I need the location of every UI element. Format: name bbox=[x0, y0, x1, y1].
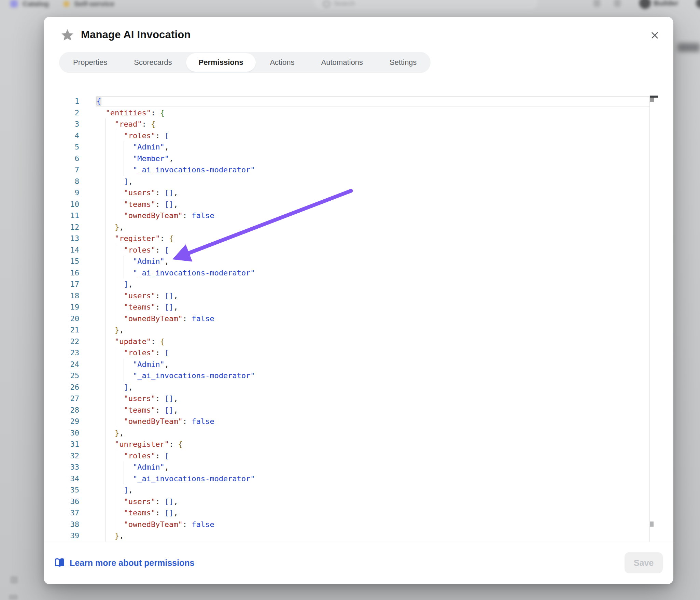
self-service-icon bbox=[64, 1, 69, 7]
manage-ai-invocation-modal: Manage AI Invocation PropertiesScorecard… bbox=[44, 17, 673, 584]
save-button[interactable]: Save bbox=[625, 552, 663, 573]
code-line: 15 "Admin", bbox=[44, 256, 673, 267]
code-line: 27 "users": [], bbox=[44, 393, 673, 404]
code-content: "ownedByTeam": false bbox=[97, 210, 214, 222]
tab-permissions[interactable]: Permissions bbox=[186, 53, 256, 72]
indent-guide bbox=[124, 141, 124, 153]
indent-guide bbox=[115, 244, 115, 256]
code-line: 34 "_ai_invocations-moderator" bbox=[44, 473, 673, 485]
code-content: ], bbox=[97, 176, 133, 187]
indent-guide bbox=[115, 141, 115, 153]
indent-guide bbox=[106, 118, 106, 130]
tab-settings[interactable]: Settings bbox=[377, 53, 430, 72]
modal-header: Manage AI Invocation bbox=[44, 17, 673, 54]
tab-properties[interactable]: Properties bbox=[60, 53, 120, 72]
code-content: ], bbox=[97, 484, 133, 496]
line-number: 27 bbox=[44, 393, 79, 404]
indent-guide bbox=[115, 461, 115, 473]
line-number: 30 bbox=[44, 427, 79, 439]
code-content: }, bbox=[97, 324, 124, 336]
close-button[interactable] bbox=[647, 27, 662, 43]
line-number: 36 bbox=[44, 496, 79, 508]
star-icon[interactable] bbox=[60, 28, 74, 42]
background-user-label: Builder bbox=[654, 0, 678, 7]
code-line: 26 ], bbox=[44, 382, 673, 393]
line-number: 18 bbox=[44, 290, 79, 302]
code-line: 32 "roles": [ bbox=[44, 450, 673, 462]
code-line: 9 "users": [], bbox=[44, 187, 673, 199]
catalog-icon bbox=[10, 0, 18, 8]
scrollbar-thumb-bottom[interactable] bbox=[650, 522, 654, 527]
indent-guide bbox=[106, 461, 106, 473]
indent-guide bbox=[115, 473, 115, 485]
indent-guide bbox=[115, 370, 115, 382]
app-root: { "theme":{ "c-key":"#9e2e27", "c-str":"… bbox=[0, 0, 700, 600]
line-number: 32 bbox=[44, 450, 79, 462]
indent-guide bbox=[106, 290, 106, 302]
search-placeholder: Search bbox=[334, 0, 355, 8]
line-number: 19 bbox=[44, 301, 79, 313]
line-number: 1 bbox=[44, 96, 79, 107]
json-permissions-editor[interactable]: 1{2 "entities": {3 "read": {4 "roles": [… bbox=[44, 96, 673, 542]
indent-guide bbox=[115, 393, 115, 404]
code-content: "roles": [ bbox=[97, 347, 169, 359]
indent-guide bbox=[115, 347, 115, 359]
code-content: "Member", bbox=[97, 153, 173, 165]
tab-automations[interactable]: Automations bbox=[309, 53, 376, 72]
indent-guide bbox=[106, 507, 106, 519]
indent-guide bbox=[124, 256, 124, 267]
editor-scrollbar[interactable] bbox=[649, 96, 658, 542]
indent-guide bbox=[106, 222, 106, 233]
indent-guide bbox=[115, 382, 115, 393]
avatar bbox=[696, 0, 700, 8]
line-number: 4 bbox=[44, 130, 79, 142]
indent-guide bbox=[115, 507, 115, 519]
line-number: 38 bbox=[44, 519, 79, 530]
indent-guide bbox=[106, 347, 106, 359]
learn-more-permissions-link[interactable]: Learn more about permissions bbox=[55, 552, 194, 573]
code-content: "update": { bbox=[97, 336, 165, 347]
indent-guide bbox=[106, 382, 106, 393]
indent-guide bbox=[115, 187, 115, 199]
code-line: 12 }, bbox=[44, 222, 673, 233]
tab-actions[interactable]: Actions bbox=[257, 53, 307, 72]
code-content: "read": { bbox=[97, 118, 155, 130]
background-toolbar-icon bbox=[593, 0, 600, 7]
code-line: 18 "users": [], bbox=[44, 290, 673, 302]
line-number: 31 bbox=[44, 439, 79, 450]
indent-guide bbox=[115, 256, 115, 267]
search-icon bbox=[323, 0, 330, 8]
scrollbar-thumb-top[interactable] bbox=[650, 98, 654, 102]
book-icon bbox=[55, 558, 65, 567]
code-line: 7 "_ai_invocations-moderator" bbox=[44, 164, 673, 176]
indent-guide bbox=[106, 313, 106, 325]
code-content: "users": [], bbox=[97, 393, 178, 404]
indent-guide bbox=[106, 473, 106, 485]
indent-guide bbox=[124, 359, 124, 370]
line-number: 33 bbox=[44, 461, 79, 473]
code-line: 24 "Admin", bbox=[44, 359, 673, 370]
line-number: 7 bbox=[44, 164, 79, 176]
background-tab-label: Catalog bbox=[23, 0, 49, 8]
code-content: ], bbox=[97, 278, 133, 290]
code-line: 25 "_ai_invocations-moderator" bbox=[44, 370, 673, 382]
indent-guide bbox=[106, 530, 106, 542]
code-content: "_ai_invocations-moderator" bbox=[97, 473, 255, 485]
tab-scorecards[interactable]: Scorecards bbox=[121, 53, 184, 72]
background-toolbar-icon bbox=[614, 0, 621, 7]
code-content: "roles": [ bbox=[97, 244, 169, 256]
indent-guide bbox=[106, 484, 106, 496]
code-line: 8 ], bbox=[44, 176, 673, 187]
code-line: 38 "ownedByTeam": false bbox=[44, 519, 673, 530]
indent-guide bbox=[106, 153, 106, 165]
code-content: }, bbox=[97, 530, 124, 542]
indent-guide bbox=[106, 496, 106, 508]
line-number: 15 bbox=[44, 256, 79, 267]
close-icon bbox=[650, 31, 659, 40]
line-number: 10 bbox=[44, 199, 79, 210]
line-number: 34 bbox=[44, 473, 79, 485]
code-line: 23 "roles": [ bbox=[44, 347, 673, 359]
code-line: 17 ], bbox=[44, 278, 673, 290]
line-number: 6 bbox=[44, 153, 79, 165]
indent-guide bbox=[115, 130, 115, 142]
